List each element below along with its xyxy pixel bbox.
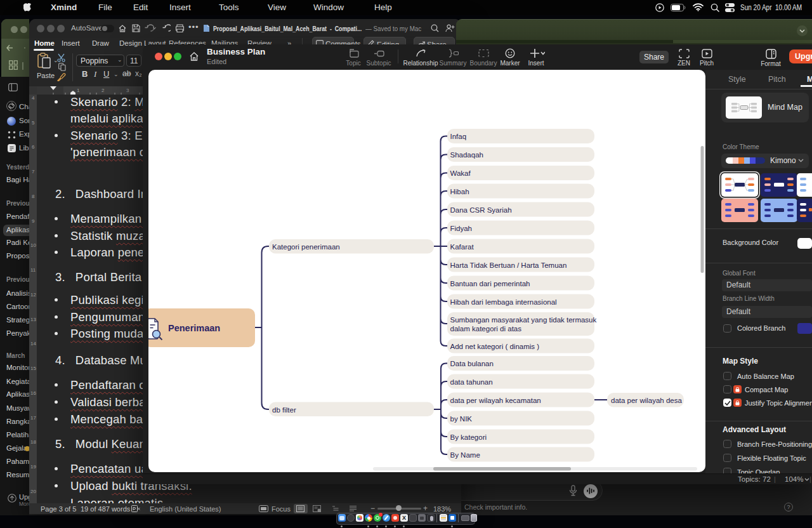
svg-text:Fidyah: Fidyah [450, 225, 473, 232]
svg-text:Penerimaan: Penerimaan [168, 323, 220, 333]
svg-text:Hibah dari lembaga internasion: Hibah dari lembaga internasional [450, 298, 557, 306]
svg-text:Wakaf: Wakaf [450, 169, 471, 177]
svg-text:data per wilayah desa: data per wilayah desa [611, 397, 682, 404]
svg-text:Dana CSR Syariah: Dana CSR Syariah [450, 206, 512, 214]
svg-text:db filter: db filter [272, 406, 296, 414]
svg-text:By Name: By Name [450, 451, 480, 459]
svg-text:Sumbangan masyarakat yang tida: Sumbangan masyarakat yang tidak termasuk [450, 316, 597, 324]
svg-text:data per wilayah kecamatan: data per wilayah kecamatan [450, 397, 541, 404]
svg-text:Harta Tidak Bertuan / Harta Te: Harta Tidak Bertuan / Harta Temuan [450, 261, 567, 269]
svg-text:Hibah: Hibah [450, 188, 469, 195]
svg-text:Add net kategori ( dinamis ): Add net kategori ( dinamis ) [450, 343, 540, 350]
svg-text:Kategori penerimaan: Kategori penerimaan [272, 243, 340, 251]
svg-text:data tahunan: data tahunan [450, 378, 493, 386]
svg-text:Kafarat: Kafarat [450, 243, 475, 251]
svg-text:Shadaqah: Shadaqah [450, 151, 483, 159]
svg-text:Bantuan dari pemerintah: Bantuan dari pemerintah [450, 280, 530, 287]
svg-text:Data bulanan: Data bulanan [450, 360, 494, 367]
svg-text:by NIK: by NIK [450, 415, 473, 423]
svg-text:By kategori: By kategori [450, 433, 487, 441]
svg-text:dalam kategori di atas: dalam kategori di atas [450, 325, 522, 333]
svg-text:Infaq: Infaq [450, 133, 467, 140]
